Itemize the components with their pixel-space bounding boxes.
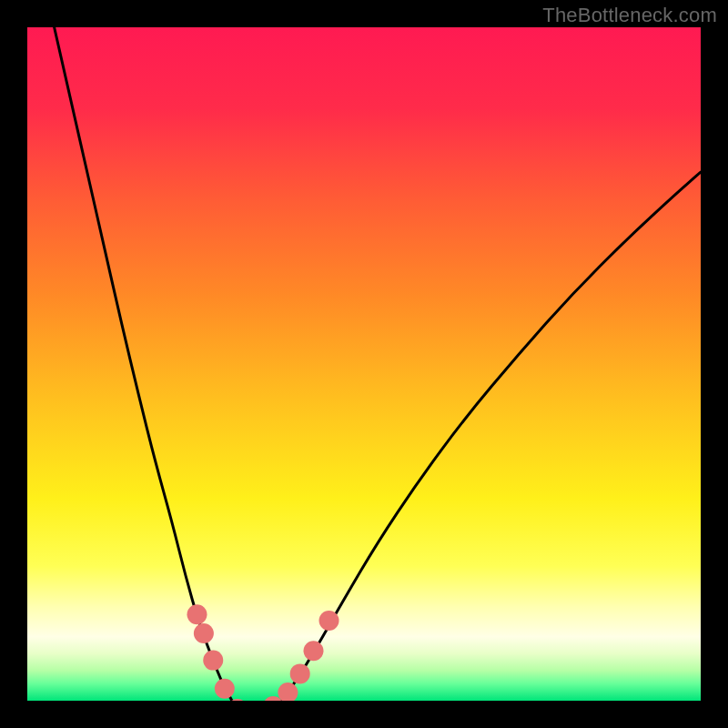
marker-dot bbox=[304, 641, 324, 661]
watermark-text: TheBottleneck.com bbox=[542, 4, 717, 27]
gradient-background bbox=[27, 27, 701, 701]
marker-dot bbox=[203, 651, 223, 671]
marker-dot bbox=[319, 611, 339, 631]
marker-dot bbox=[290, 663, 310, 683]
marker-dot bbox=[187, 604, 207, 624]
chart-svg bbox=[27, 27, 701, 701]
marker-dot bbox=[215, 679, 235, 699]
marker-dot bbox=[194, 623, 214, 643]
chart-frame bbox=[27, 27, 701, 701]
